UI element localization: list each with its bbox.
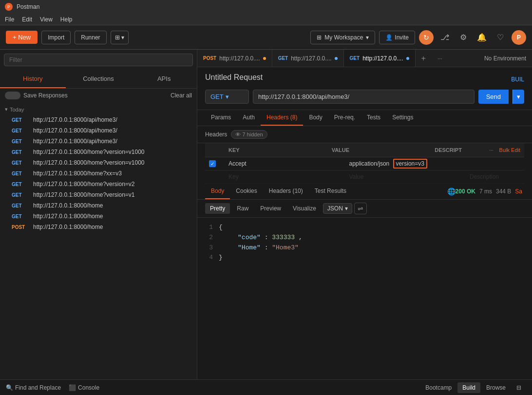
new-button[interactable]: + New (6, 31, 38, 44)
menu-help[interactable]: Help (60, 16, 73, 23)
person-icon: 👤 (385, 34, 393, 41)
row-key[interactable]: Accept (225, 157, 345, 170)
method-badge: GET (12, 214, 29, 219)
bulk-edit-button[interactable]: Bulk Edit (495, 145, 524, 155)
send-dropdown-button[interactable]: ▾ (513, 90, 524, 104)
sub-tab-body[interactable]: Body (303, 110, 328, 126)
request-tab-0[interactable]: POST http://127.0.0.... (197, 50, 272, 67)
build-link[interactable]: BUIL (511, 76, 524, 83)
list-item[interactable]: GET http://127.0.0.1:8000/api/home3/ (0, 114, 197, 125)
sub-tab-auth[interactable]: Auth (237, 110, 261, 126)
method-badge: GET (12, 160, 29, 166)
hidden-headers-badge[interactable]: 👁 7 hidden (231, 130, 267, 139)
tab-history[interactable]: History (0, 70, 66, 88)
menu-file[interactable]: File (5, 16, 14, 23)
import-button[interactable]: Import (41, 31, 71, 44)
format-tab-preview[interactable]: Preview (255, 203, 286, 214)
build-button[interactable]: Build (457, 382, 480, 393)
workspace-button[interactable]: ⊞ My Workspace ▾ (310, 31, 375, 44)
history-url: http://127.0.0.1:8000/home (33, 213, 103, 220)
code-content: { (219, 223, 223, 233)
sub-tab-prereq[interactable]: Pre-req. (328, 110, 361, 126)
list-item[interactable]: GET http://127.0.0.1:8000/home?version=v… (0, 189, 197, 200)
globe-icon: 🌐 (447, 188, 456, 195)
list-item[interactable]: GET http://127.0.0.1:8000/api/home3/ (0, 136, 197, 147)
list-item[interactable]: GET http://127.0.0.1:8000/home?xx=v3 (0, 168, 197, 179)
body-tab-body[interactable]: Body (205, 184, 230, 199)
history-url: http://127.0.0.1:8000/api/home3/ (33, 138, 117, 145)
more-tabs-button[interactable]: ··· (432, 55, 448, 62)
list-item[interactable]: GET http://127.0.0.1:8000/home (0, 211, 197, 222)
tab-collections[interactable]: Collections (66, 70, 132, 88)
menu-edit[interactable]: Edit (22, 16, 32, 23)
avatar-button[interactable]: P (512, 30, 526, 45)
main-layout: History Collections APIs Save Responses … (0, 50, 532, 379)
history-url: http://127.0.0.1:8000/home?version=v2 (33, 181, 134, 188)
find-replace-button[interactable]: 🔍 Find and Replace (6, 384, 61, 391)
browse-button[interactable]: Browse (481, 382, 511, 393)
sub-tab-settings[interactable]: Settings (386, 110, 419, 126)
row-description[interactable] (466, 161, 524, 167)
line-number: 4 (205, 253, 213, 263)
format-tab-pretty[interactable]: Pretty (205, 203, 230, 214)
list-item[interactable]: GET http://127.0.0.1:8000/home?version=v… (0, 157, 197, 168)
sub-tab-tests[interactable]: Tests (361, 110, 386, 126)
list-item[interactable]: GET http://127.0.0.1:8000/home?version=v… (0, 147, 197, 157)
sidebar-options: Save Responses Clear all (0, 89, 197, 102)
send-button[interactable]: Send (478, 90, 509, 104)
list-item[interactable]: GET http://127.0.0.1:8000/home (0, 200, 197, 211)
today-section-title[interactable]: ▾ Today (0, 104, 197, 114)
body-tab-cookies[interactable]: Cookies (230, 184, 263, 199)
invite-button[interactable]: 👤 Invite (379, 31, 415, 44)
method-badge: GET (12, 117, 29, 123)
format-tab-raw[interactable]: Raw (232, 203, 253, 214)
format-tab-visualize[interactable]: Visualize (288, 203, 321, 214)
list-item[interactable]: POST http://127.0.0.1:8000/home (0, 222, 197, 232)
method-select[interactable]: GET ▾ (205, 90, 249, 104)
console-button[interactable]: ⬛ Console (69, 384, 99, 391)
branch-icon-button[interactable]: ⎇ (437, 30, 452, 45)
chevron-down-icon: ▾ (366, 34, 369, 41)
url-input[interactable] (253, 90, 475, 104)
environment-selector[interactable]: No Environment (478, 55, 532, 62)
history-url: http://127.0.0.1:8000/api/home3/ (33, 127, 117, 134)
list-item[interactable]: GET http://127.0.0.1:8000/home?version=v… (0, 179, 197, 189)
row-checkbox[interactable]: ✓ (205, 157, 225, 170)
json-format-select[interactable]: JSON ▾ (323, 203, 352, 214)
sub-tab-params[interactable]: Params (205, 110, 237, 126)
save-responses-toggle[interactable] (5, 92, 20, 99)
response-time: 7 ms (479, 188, 492, 195)
clear-all-button[interactable]: Clear all (171, 92, 192, 99)
th-key: KEY (225, 145, 328, 155)
line-number: 3 (205, 243, 213, 253)
next-key[interactable]: Key (225, 170, 345, 183)
list-item[interactable]: GET http://127.0.0.1:8000/api/home3/ (0, 125, 197, 136)
layout-button[interactable]: ⊟ (512, 382, 526, 393)
menu-view[interactable]: View (40, 16, 53, 23)
search-input[interactable] (4, 54, 193, 66)
heart-icon-button[interactable]: ♡ (493, 30, 508, 45)
save-responses-toggle-container: Save Responses (5, 92, 68, 99)
add-tab-button[interactable]: + (416, 54, 432, 63)
toolbar-icon-group: ↻ ⎇ ⚙ 🔔 ♡ P (419, 30, 526, 45)
bootcamp-button[interactable]: Bootcamp (420, 382, 456, 393)
runner-button[interactable]: Runner (75, 31, 106, 44)
method-badge: GET (12, 203, 29, 208)
refresh-button[interactable]: ↻ (419, 30, 434, 45)
body-tab-headers[interactable]: Headers (10) (263, 184, 309, 199)
save-response-link[interactable]: Sa (515, 188, 522, 195)
settings-icon-button[interactable]: ⚙ (456, 30, 471, 45)
tab-apis[interactable]: APIs (131, 70, 197, 88)
request-tab-2[interactable]: GET http://127.0.0.... (344, 50, 416, 67)
code-line-3: 3 "Home" : "Home3" (205, 243, 524, 253)
body-tab-testresults[interactable]: Test Results (309, 184, 352, 199)
menu-bar: File Edit View Help (0, 14, 532, 25)
view-toggle-button[interactable]: ⊞ ▾ (111, 31, 129, 44)
sub-tab-headers[interactable]: Headers (8) (261, 110, 303, 126)
request-tab-1[interactable]: GET http://127.0.0.... (272, 50, 344, 67)
wrap-button[interactable]: ⇌ (354, 203, 367, 214)
postman-logo: P (5, 3, 13, 11)
bell-icon-button[interactable]: 🔔 (475, 30, 489, 45)
history-section: ▾ Today GET http://127.0.0.1:8000/api/ho… (0, 102, 197, 234)
tab-dot (406, 57, 409, 60)
